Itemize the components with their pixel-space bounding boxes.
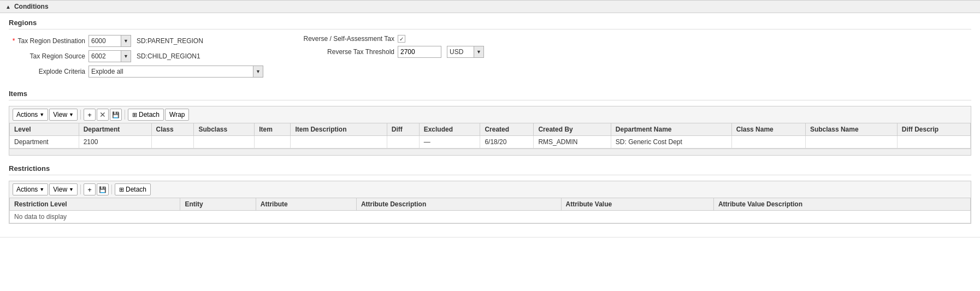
restrictions-save-button[interactable]: 💾 bbox=[97, 183, 109, 195]
cell-subclass-name bbox=[805, 136, 897, 149]
restrictions-actions-arrow: ▼ bbox=[39, 187, 44, 192]
conditions-title: Conditions bbox=[14, 3, 49, 10]
regions-section: Regions * Tax Region Destination 6000 ▼ bbox=[9, 19, 971, 81]
restrictions-view-button[interactable]: View ▼ bbox=[49, 183, 78, 195]
conditions-header[interactable]: ▲ Conditions bbox=[0, 0, 980, 13]
items-actions-button[interactable]: Actions ▼ bbox=[13, 109, 48, 121]
restrictions-detach-button[interactable]: ⊞ Detach bbox=[115, 183, 151, 195]
tax-region-source-text: SD:CHILD_REGION1 bbox=[137, 52, 200, 60]
cell-created-by: RMS_ADMIN bbox=[534, 136, 611, 149]
col-attribute-description: Attribute Description bbox=[356, 198, 561, 211]
cell-item-description bbox=[291, 136, 387, 149]
restrictions-view-label: View bbox=[53, 186, 67, 193]
col-subclass-name: Subclass Name bbox=[805, 123, 897, 136]
table-row[interactable]: Department 2100 — 6/18/20 RMS_ADMIN SD: … bbox=[10, 136, 971, 149]
cell-subclass bbox=[194, 136, 255, 149]
tax-region-destination-row: * Tax Region Destination 6000 ▼ SD:PAREN… bbox=[9, 35, 263, 47]
items-table: Level Department Class Subclass Item Ite… bbox=[9, 123, 971, 149]
explode-criteria-label: Explode Criteria bbox=[9, 68, 85, 75]
items-actions-arrow: ▼ bbox=[39, 112, 44, 117]
col-subclass: Subclass bbox=[194, 123, 255, 136]
restrictions-title: Restrictions bbox=[9, 164, 971, 175]
currency-select[interactable]: USD ▼ bbox=[447, 46, 484, 58]
restrictions-detach-icon: ⊞ bbox=[119, 186, 124, 193]
items-delete-button[interactable]: ✕ bbox=[97, 109, 109, 121]
items-section: Items Actions ▼ View ▼ + ✕ 💾 ⊞ Detach bbox=[9, 90, 971, 156]
no-data-row: No data to display bbox=[10, 211, 971, 223]
regions-right-fields: Reverse / Self-Assessment Tax ✓ Reverse … bbox=[285, 35, 484, 61]
cell-level: Department bbox=[10, 136, 79, 149]
conditions-section: ▲ Conditions Regions * Tax Region Destin… bbox=[0, 0, 980, 237]
restrictions-actions-button[interactable]: Actions ▼ bbox=[13, 183, 48, 195]
required-star: * bbox=[13, 37, 15, 45]
items-view-arrow: ▼ bbox=[69, 112, 74, 117]
items-detach-label: Detach bbox=[139, 111, 160, 118]
tax-region-destination-text: SD:PARENT_REGION bbox=[137, 37, 203, 45]
tax-region-source-label: Tax Region Source bbox=[9, 52, 85, 60]
col-created: Created bbox=[480, 123, 534, 136]
restrictions-actions-label: Actions bbox=[16, 186, 38, 193]
items-actions-label: Actions bbox=[16, 111, 38, 118]
items-view-button[interactable]: View ▼ bbox=[49, 109, 78, 121]
reverse-tax-threshold-input[interactable] bbox=[398, 46, 441, 58]
items-add-button[interactable]: + bbox=[84, 109, 96, 121]
col-created-by: Created By bbox=[534, 123, 611, 136]
restrictions-toolbar: Actions ▼ View ▼ + 💾 ⊞ Detach bbox=[9, 181, 971, 198]
currency-arrow[interactable]: ▼ bbox=[474, 46, 484, 58]
col-item-description: Item Description bbox=[291, 123, 387, 136]
restrictions-add-button[interactable]: + bbox=[84, 183, 96, 195]
explode-criteria-select[interactable]: Explode all ▼ bbox=[88, 66, 263, 78]
detach-icon: ⊞ bbox=[132, 111, 137, 118]
col-diff-descrip: Diff Descrip bbox=[897, 123, 970, 136]
tax-region-destination-value[interactable]: 6000 bbox=[88, 35, 121, 47]
cell-created: 6/18/20 bbox=[480, 136, 534, 149]
reverse-tax-row: Reverse / Self-Assessment Tax ✓ bbox=[296, 35, 484, 43]
regions-left-fields: * Tax Region Destination 6000 ▼ SD:PAREN… bbox=[9, 35, 263, 81]
tax-region-destination-arrow[interactable]: ▼ bbox=[121, 35, 131, 47]
restrictions-table-header-row: Restriction Level Entity Attribute Attri… bbox=[10, 198, 971, 211]
collapse-icon: ▲ bbox=[5, 4, 11, 10]
cell-class-name bbox=[731, 136, 805, 149]
reverse-tax-checkbox[interactable]: ✓ bbox=[398, 35, 405, 43]
cell-department-name: SD: Generic Cost Dept bbox=[611, 136, 731, 149]
cell-excluded: — bbox=[419, 136, 480, 149]
restrictions-detach-label: Detach bbox=[126, 186, 146, 193]
items-title: Items bbox=[9, 90, 971, 100]
explode-criteria-value[interactable]: Explode all bbox=[88, 66, 253, 78]
col-attribute: Attribute bbox=[256, 198, 356, 211]
col-class: Class bbox=[151, 123, 194, 136]
cell-diff bbox=[387, 136, 419, 149]
toolbar-sep-2 bbox=[125, 110, 125, 120]
col-department-name: Department Name bbox=[611, 123, 731, 136]
tax-region-source-select[interactable]: 6002 ▼ bbox=[88, 50, 131, 62]
col-item: Item bbox=[255, 123, 291, 136]
col-entity: Entity bbox=[180, 198, 256, 211]
tax-region-destination-select[interactable]: 6000 ▼ bbox=[88, 35, 131, 47]
items-scroll-track[interactable] bbox=[9, 149, 971, 155]
items-view-label: View bbox=[53, 111, 67, 118]
restrictions-table: Restriction Level Entity Attribute Attri… bbox=[9, 198, 971, 223]
cell-department: 2100 bbox=[79, 136, 151, 149]
items-table-header-row: Level Department Class Subclass Item Ite… bbox=[10, 123, 971, 136]
col-attribute-value-description: Attribute Value Description bbox=[713, 198, 970, 211]
toolbar-sep-1 bbox=[80, 110, 81, 120]
cell-class bbox=[151, 136, 194, 149]
restrictions-sep-1 bbox=[80, 185, 81, 194]
items-wrap-button[interactable]: Wrap bbox=[165, 109, 189, 121]
explode-criteria-row: Explode Criteria Explode all ▼ bbox=[9, 66, 263, 78]
col-excluded: Excluded bbox=[419, 123, 480, 136]
tax-region-source-row: Tax Region Source 6002 ▼ SD:CHILD_REGION… bbox=[9, 50, 263, 62]
currency-value[interactable]: USD bbox=[447, 46, 474, 58]
restrictions-table-container: Restriction Level Entity Attribute Attri… bbox=[9, 198, 971, 224]
reverse-tax-label: Reverse / Self-Assessment Tax bbox=[296, 35, 394, 43]
items-detach-button[interactable]: ⊞ Detach bbox=[128, 109, 164, 121]
cell-diff-descrip bbox=[897, 136, 970, 149]
tax-region-source-arrow[interactable]: ▼ bbox=[121, 50, 131, 62]
reverse-tax-threshold-row: Reverse Tax Threshold USD ▼ bbox=[296, 46, 484, 58]
tax-region-source-value[interactable]: 6002 bbox=[88, 50, 121, 62]
explode-criteria-arrow[interactable]: ▼ bbox=[253, 66, 263, 78]
cell-item bbox=[255, 136, 291, 149]
conditions-body: Regions * Tax Region Destination 6000 ▼ bbox=[0, 13, 980, 237]
reverse-tax-threshold-label: Reverse Tax Threshold bbox=[296, 48, 394, 56]
items-save-button[interactable]: 💾 bbox=[110, 109, 122, 121]
